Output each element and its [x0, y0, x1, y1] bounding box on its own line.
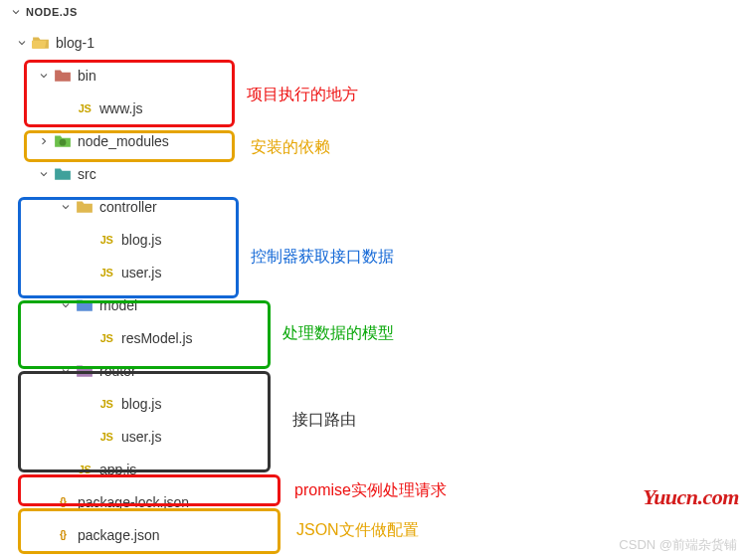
- folder-model[interactable]: model: [0, 288, 749, 321]
- folder-label: src: [78, 166, 96, 182]
- folder-label: bin: [78, 68, 96, 84]
- folder-router-icon: [76, 362, 94, 380]
- js-file-icon: JS: [97, 264, 115, 281]
- file-package-lock-json[interactable]: {} package-lock.json: [0, 485, 749, 518]
- js-file-icon: JS: [97, 395, 115, 413]
- file-label: user.js: [121, 429, 161, 445]
- folder-node-modules[interactable]: node_modules: [0, 124, 749, 157]
- file-router-blog-js[interactable]: JS blog.js: [0, 387, 749, 420]
- chevron-down-icon: [8, 4, 24, 20]
- file-label: package.json: [78, 527, 160, 543]
- watermark-csdn: CSDN @前端杂货铺: [619, 536, 737, 554]
- chevron-down-icon: [58, 363, 74, 379]
- js-file-icon: JS: [76, 99, 94, 117]
- file-www-js[interactable]: JS www.js: [0, 92, 749, 124]
- svg-point-0: [60, 138, 67, 145]
- file-controller-user-js[interactable]: JS user.js: [0, 256, 749, 288]
- file-app-js[interactable]: JS app.js: [0, 453, 749, 485]
- file-label: blog.js: [121, 232, 161, 248]
- file-label: package-lock.json: [78, 494, 189, 510]
- folder-label: controller: [99, 199, 157, 215]
- file-label: app.js: [99, 462, 136, 477]
- spacer: [80, 232, 95, 248]
- chevron-right-icon: [36, 133, 52, 149]
- spacer: [58, 100, 74, 116]
- spacer: [36, 494, 52, 510]
- file-resmodel-js[interactable]: JS resModel.js: [0, 321, 749, 354]
- folder-open-icon: [32, 34, 50, 52]
- spacer: [80, 396, 95, 412]
- js-file-icon: JS: [97, 231, 115, 249]
- js-file-icon: JS: [76, 461, 94, 478]
- chevron-down-icon: [58, 199, 74, 215]
- file-label: blog.js: [121, 396, 161, 412]
- folder-model-icon: [76, 296, 94, 314]
- spacer: [80, 429, 95, 445]
- folder-router[interactable]: router: [0, 354, 749, 387]
- folder-controller[interactable]: controller: [0, 190, 749, 223]
- folder-label: router: [99, 363, 136, 379]
- chevron-down-icon: [36, 166, 52, 182]
- folder-node-icon: [54, 132, 72, 150]
- js-file-icon: JS: [97, 329, 115, 347]
- spacer: [36, 527, 52, 543]
- folder-controller-icon: [76, 198, 94, 216]
- chevron-down-icon: [14, 35, 30, 51]
- file-tree: blog-1 bin JS www.js node_modules src: [0, 24, 749, 557]
- file-label: www.js: [99, 100, 143, 116]
- spacer: [58, 462, 74, 477]
- chevron-down-icon: [58, 297, 74, 313]
- explorer-panel-header[interactable]: NODE.JS: [0, 0, 749, 24]
- folder-label: blog-1: [56, 35, 94, 51]
- spacer: [80, 265, 95, 280]
- json-file-icon: {}: [54, 493, 72, 511]
- folder-src[interactable]: src: [0, 157, 749, 190]
- folder-root[interactable]: blog-1: [0, 26, 749, 59]
- json-file-icon: {}: [54, 526, 72, 544]
- folder-label: node_modules: [78, 133, 169, 149]
- panel-title: NODE.JS: [26, 6, 78, 18]
- file-controller-blog-js[interactable]: JS blog.js: [0, 223, 749, 256]
- js-file-icon: JS: [97, 428, 115, 446]
- file-label: resModel.js: [121, 330, 193, 346]
- file-router-user-js[interactable]: JS user.js: [0, 420, 749, 453]
- folder-bin-icon: [54, 67, 72, 85]
- file-label: user.js: [121, 265, 161, 280]
- chevron-down-icon: [36, 68, 52, 84]
- spacer: [80, 330, 95, 346]
- folder-src-icon: [54, 165, 72, 183]
- folder-label: model: [99, 297, 137, 313]
- watermark-yuucn: Yuucn.com: [643, 484, 739, 510]
- folder-bin[interactable]: bin: [0, 59, 749, 92]
